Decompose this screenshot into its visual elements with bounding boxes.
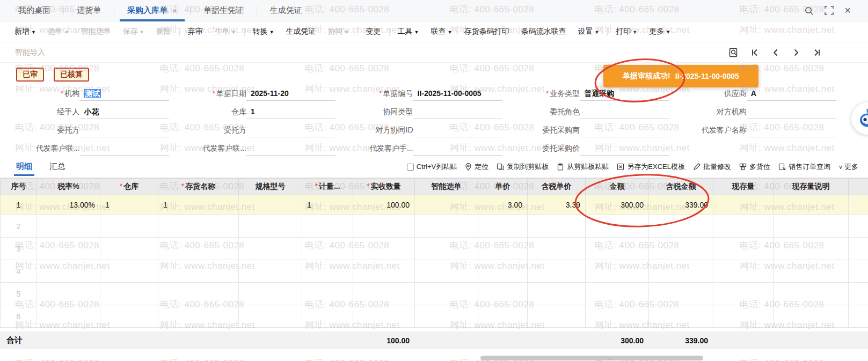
grid-empty-row[interactable]: 4 [1, 260, 868, 283]
field-input[interactable] [747, 107, 836, 119]
grid-cell[interactable] [302, 215, 353, 238]
grid-cell[interactable]: 100.00 [353, 195, 415, 215]
grid-cell[interactable] [849, 238, 868, 260]
close-icon[interactable]: × [844, 6, 851, 15]
grid-cell[interactable] [774, 283, 849, 305]
smart-import-button[interactable]: 智能导入 [9, 48, 52, 57]
window-tab[interactable]: 进货单 [64, 0, 114, 21]
nav-first-icon[interactable] [751, 48, 760, 57]
grid-cell[interactable] [415, 283, 478, 305]
toolbar-button[interactable]: 设置▼ [572, 27, 605, 36]
grid-cell[interactable] [353, 215, 415, 238]
grid-empty-row[interactable]: 5 [1, 283, 868, 305]
grid-column-header[interactable]: 税率% [37, 179, 100, 195]
field-input[interactable] [413, 107, 502, 119]
grid-cell[interactable] [239, 215, 302, 238]
grid-cell[interactable]: 3.39 [528, 195, 586, 215]
grid-cell[interactable]: 3.00 [478, 195, 528, 215]
field-input[interactable] [246, 144, 335, 156]
grid-cell[interactable] [302, 260, 353, 283]
field-input[interactable]: 普通采购 [580, 89, 669, 101]
grid-column-header[interactable]: *实收数量 [353, 179, 415, 195]
grid-column-header[interactable]: *仓库 [100, 179, 158, 195]
grid-cell[interactable] [713, 283, 774, 305]
grid-column-header[interactable]: *存货名称 [158, 179, 239, 195]
grid-empty-row[interactable]: 6 [1, 305, 868, 328]
grid-cell[interactable] [478, 238, 528, 260]
grid-tool[interactable]: ∨更多 [838, 162, 858, 172]
grid-cell[interactable] [478, 215, 528, 238]
grid-cell[interactable] [586, 305, 649, 328]
grid-cell[interactable]: 300.00 [586, 195, 649, 215]
toolbar-button[interactable]: 联查▼ [425, 27, 458, 36]
grid-cell[interactable] [353, 305, 415, 328]
field-input[interactable]: 测试 [79, 89, 169, 101]
grid-cell[interactable] [353, 283, 415, 305]
fullscreen-icon[interactable] [825, 6, 834, 15]
grid-cell[interactable] [415, 260, 478, 283]
field-input[interactable] [580, 144, 669, 156]
grid-data-row[interactable]: 113.00%111100.003.003.39300.00339.00 [1, 195, 868, 215]
grid-cell[interactable] [586, 283, 649, 305]
grid-tool[interactable]: 复制到剪贴板 [497, 162, 549, 172]
grid-tool[interactable]: 销售订单查询 [778, 162, 830, 172]
grid-cell[interactable] [528, 215, 586, 238]
grid-cell[interactable] [302, 283, 353, 305]
horizontal-scrollbar[interactable] [0, 356, 868, 360]
toolbar-button[interactable]: 转换▼ [247, 27, 280, 36]
grid-cell[interactable] [849, 305, 868, 328]
grid-cell[interactable] [158, 215, 239, 238]
grid-cell[interactable] [302, 238, 353, 260]
grid-cell[interactable] [774, 305, 849, 328]
grid-cell[interactable] [415, 305, 478, 328]
field-input[interactable]: 小花 [79, 107, 169, 119]
grid-cell[interactable] [478, 305, 528, 328]
field-input[interactable] [580, 126, 669, 137]
grid-cell[interactable] [649, 238, 713, 260]
checkbox[interactable] [407, 164, 414, 171]
grid-cell[interactable] [158, 283, 239, 305]
grid-cell[interactable] [713, 215, 774, 238]
grid-tool[interactable]: 批量修改 [693, 162, 731, 172]
window-tab[interactable]: 单据生凭证 [191, 0, 257, 21]
grid-column-header[interactable]: 协同类 [849, 179, 868, 195]
grid-column-header[interactable]: *计量... [302, 179, 353, 195]
grid-cell[interactable] [415, 215, 478, 238]
grid-cell[interactable] [586, 238, 649, 260]
tab-close-icon[interactable]: × [172, 6, 177, 15]
grid-cell[interactable] [37, 238, 100, 260]
grid-cell[interactable] [849, 195, 868, 215]
grid-cell[interactable] [528, 238, 586, 260]
grid-tool[interactable]: 从剪贴板粘贴 [557, 162, 609, 172]
grid-column-header[interactable]: 含税金额 [649, 179, 713, 195]
grid-cell[interactable]: 339.00 [649, 195, 713, 215]
grid-tool[interactable]: Ctrl+V列粘贴 [407, 162, 457, 172]
grid-cell[interactable] [100, 305, 158, 328]
field-input[interactable]: II-2025-11-00-0005 [413, 89, 502, 101]
grid-cell[interactable] [528, 283, 586, 305]
grid-cell[interactable] [100, 283, 158, 305]
grid-cell[interactable] [713, 260, 774, 283]
field-input[interactable] [413, 126, 502, 137]
window-tab[interactable]: 我的桌面 [5, 0, 63, 21]
grid-cell[interactable] [353, 238, 415, 260]
grid-cell[interactable]: 1 [302, 195, 353, 215]
grid-column-header[interactable]: 现存量 [713, 179, 774, 195]
grid-cell[interactable]: 1 [100, 195, 158, 215]
grid-cell[interactable] [37, 305, 100, 328]
grid-cell[interactable] [239, 195, 302, 215]
toolbar-button[interactable]: 变更 [360, 27, 387, 36]
grid-cell[interactable] [586, 215, 649, 238]
field-input[interactable]: 1 [246, 107, 335, 119]
grid-cell[interactable] [713, 195, 774, 215]
grid-cell[interactable] [649, 215, 713, 238]
search-icon[interactable] [804, 6, 814, 16]
grid-cell[interactable] [849, 283, 868, 305]
grid-cell[interactable] [353, 260, 415, 283]
toolbar-button[interactable]: 存货条码打印 [458, 27, 515, 36]
grid-cell[interactable] [528, 260, 586, 283]
grid-cell[interactable] [478, 260, 528, 283]
grid-cell[interactable] [415, 195, 478, 215]
doc-search-icon[interactable] [728, 47, 739, 58]
field-input[interactable] [580, 107, 669, 119]
